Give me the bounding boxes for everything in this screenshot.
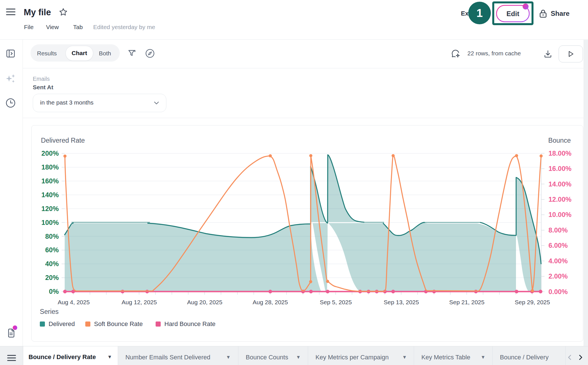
- svg-text:Sep 5, 2025: Sep 5, 2025: [320, 299, 352, 305]
- svg-text:2.00%: 2.00%: [548, 272, 568, 280]
- svg-text:120%: 120%: [42, 205, 59, 212]
- svg-text:Sep 13, 2025: Sep 13, 2025: [384, 299, 419, 305]
- svg-text:Delivered Rate: Delivered Rate: [41, 137, 85, 144]
- svg-text:0%: 0%: [49, 288, 59, 295]
- svg-text:14.00%: 14.00%: [548, 180, 571, 188]
- svg-text:200%: 200%: [42, 149, 59, 157]
- svg-text:100%: 100%: [42, 219, 59, 226]
- svg-text:180%: 180%: [42, 163, 59, 171]
- svg-text:Aug 28, 2025: Aug 28, 2025: [253, 299, 288, 305]
- svg-text:4.00%: 4.00%: [548, 257, 568, 265]
- svg-text:0.00%: 0.00%: [548, 288, 568, 296]
- svg-text:Aug 20, 2025: Aug 20, 2025: [187, 299, 223, 305]
- svg-text:20%: 20%: [45, 274, 59, 281]
- svg-text:40%: 40%: [45, 260, 59, 268]
- svg-text:160%: 160%: [42, 177, 59, 185]
- svg-text:60%: 60%: [45, 246, 59, 254]
- svg-text:8.00%: 8.00%: [548, 226, 568, 234]
- svg-text:Sep 29, 2025: Sep 29, 2025: [515, 299, 550, 305]
- svg-text:10.00%: 10.00%: [548, 211, 571, 218]
- svg-text:Sep 21, 2025: Sep 21, 2025: [449, 299, 485, 305]
- svg-text:Aug 12, 2025: Aug 12, 2025: [122, 299, 157, 305]
- svg-text:Bounce: Bounce: [548, 137, 571, 144]
- svg-text:140%: 140%: [42, 191, 59, 199]
- svg-text:16.00%: 16.00%: [548, 165, 571, 172]
- svg-text:18.00%: 18.00%: [548, 149, 571, 157]
- svg-text:Series: Series: [40, 308, 59, 315]
- svg-text:80%: 80%: [45, 233, 59, 240]
- svg-text:12.00%: 12.00%: [548, 195, 571, 203]
- svg-text:Aug 4, 2025: Aug 4, 2025: [58, 299, 90, 305]
- svg-text:6.00%: 6.00%: [548, 242, 568, 249]
